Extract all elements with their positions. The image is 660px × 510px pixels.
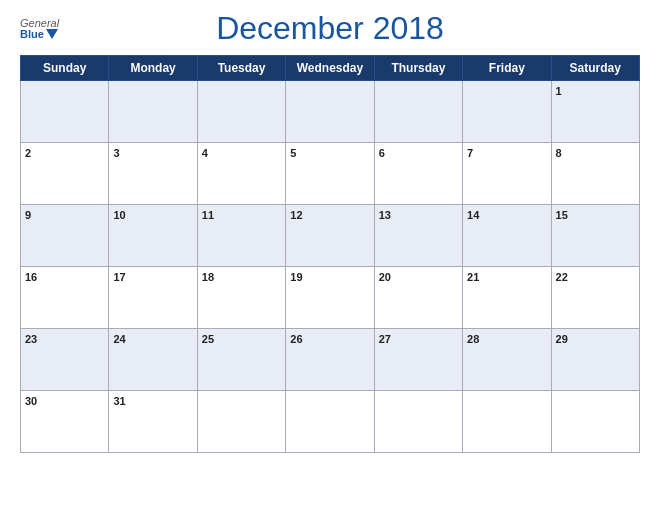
day-number: 26 [290,333,302,345]
calendar-cell: 12 [286,205,374,267]
calendar-cell: 4 [197,143,285,205]
calendar-cell: 18 [197,267,285,329]
calendar-cell: 19 [286,267,374,329]
calendar-week-row: 2345678 [21,143,640,205]
calendar-cell: 8 [551,143,639,205]
day-number: 21 [467,271,479,283]
col-header-monday: Monday [109,56,197,81]
day-number: 1 [556,85,562,97]
calendar-cell [463,391,551,453]
calendar-cell: 7 [463,143,551,205]
day-number: 3 [113,147,119,159]
day-number: 12 [290,209,302,221]
page-title: December 2018 [216,10,444,47]
calendar-cell: 15 [551,205,639,267]
calendar-cell: 20 [374,267,462,329]
calendar-cell [197,81,285,143]
calendar-cell: 30 [21,391,109,453]
day-number: 15 [556,209,568,221]
day-number: 9 [25,209,31,221]
calendar-cell: 26 [286,329,374,391]
day-number: 25 [202,333,214,345]
calendar-cell [374,81,462,143]
calendar-cell: 14 [463,205,551,267]
day-number: 16 [25,271,37,283]
calendar-cell: 28 [463,329,551,391]
day-number: 22 [556,271,568,283]
calendar-cell: 13 [374,205,462,267]
day-number: 18 [202,271,214,283]
logo-triangle-icon [46,29,58,39]
calendar-cell: 2 [21,143,109,205]
logo: General Blue [20,18,59,40]
col-header-sunday: Sunday [21,56,109,81]
calendar-cell: 5 [286,143,374,205]
day-number: 19 [290,271,302,283]
day-number: 30 [25,395,37,407]
col-header-friday: Friday [463,56,551,81]
day-number: 23 [25,333,37,345]
calendar-week-row: 23242526272829 [21,329,640,391]
calendar-cell: 11 [197,205,285,267]
day-number: 5 [290,147,296,159]
calendar-cell: 9 [21,205,109,267]
calendar-week-row: 3031 [21,391,640,453]
calendar-cell: 25 [197,329,285,391]
calendar-cell: 23 [21,329,109,391]
calendar-cell [197,391,285,453]
day-number: 6 [379,147,385,159]
col-header-saturday: Saturday [551,56,639,81]
calendar-cell: 31 [109,391,197,453]
day-number: 17 [113,271,125,283]
calendar-cell [21,81,109,143]
calendar-week-row: 16171819202122 [21,267,640,329]
col-header-wednesday: Wednesday [286,56,374,81]
day-number: 8 [556,147,562,159]
calendar-cell [551,391,639,453]
day-number: 7 [467,147,473,159]
calendar-header-row: SundayMondayTuesdayWednesdayThursdayFrid… [21,56,640,81]
calendar-table: SundayMondayTuesdayWednesdayThursdayFrid… [20,55,640,453]
calendar-header: General Blue December 2018 [20,10,640,47]
calendar-cell: 22 [551,267,639,329]
day-number: 24 [113,333,125,345]
day-number: 27 [379,333,391,345]
day-number: 11 [202,209,214,221]
calendar-cell: 16 [21,267,109,329]
calendar-cell: 1 [551,81,639,143]
day-number: 4 [202,147,208,159]
calendar-cell [463,81,551,143]
calendar-week-row: 9101112131415 [21,205,640,267]
day-number: 31 [113,395,125,407]
day-number: 10 [113,209,125,221]
day-number: 28 [467,333,479,345]
calendar-cell: 21 [463,267,551,329]
col-header-thursday: Thursday [374,56,462,81]
day-number: 20 [379,271,391,283]
day-number: 13 [379,209,391,221]
logo-general-text: General [20,18,59,29]
calendar-cell [374,391,462,453]
calendar-cell [109,81,197,143]
calendar-cell: 10 [109,205,197,267]
col-header-tuesday: Tuesday [197,56,285,81]
day-number: 2 [25,147,31,159]
calendar-cell: 6 [374,143,462,205]
calendar-cell: 24 [109,329,197,391]
calendar-cell: 3 [109,143,197,205]
calendar-cell: 27 [374,329,462,391]
calendar-week-row: 1 [21,81,640,143]
logo-blue-text: Blue [20,29,44,40]
day-number: 14 [467,209,479,221]
calendar-cell: 29 [551,329,639,391]
calendar-cell: 17 [109,267,197,329]
calendar-cell [286,391,374,453]
day-number: 29 [556,333,568,345]
calendar-cell [286,81,374,143]
